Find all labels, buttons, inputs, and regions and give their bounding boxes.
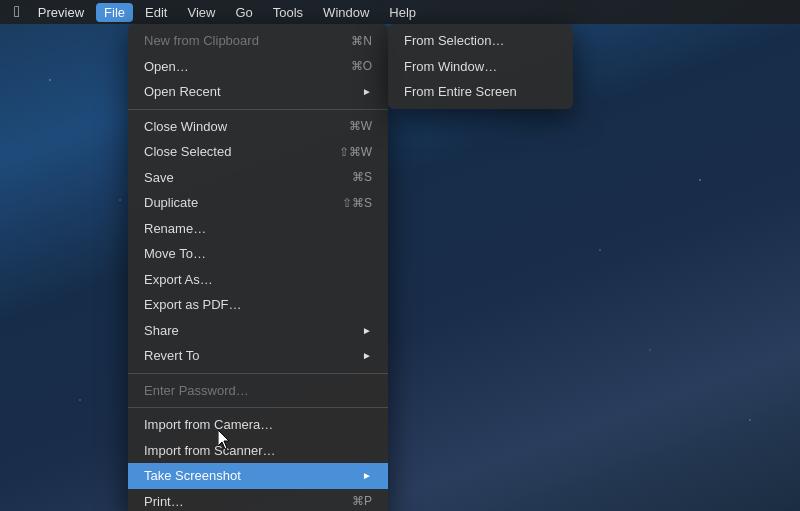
- menu-label: Close Window: [144, 117, 227, 137]
- screenshot-from-entire-screen[interactable]: From Entire Screen: [388, 79, 573, 105]
- menu-shortcut: ⇧⌘S: [342, 194, 372, 212]
- menubar-preview[interactable]: Preview: [30, 3, 92, 22]
- menubar-tools[interactable]: Tools: [265, 3, 311, 22]
- menubar-view[interactable]: View: [179, 3, 223, 22]
- menu-label: Rename…: [144, 219, 206, 239]
- menu-item-new-from-clipboard[interactable]: New from Clipboard ⌘N: [128, 28, 388, 54]
- menu-label: Share: [144, 321, 179, 341]
- submenu-arrow-icon: ►: [362, 468, 372, 483]
- menu-item-take-screenshot[interactable]: Take Screenshot ►: [128, 463, 388, 489]
- menu-shortcut: ⌘S: [352, 168, 372, 186]
- menubar-edit[interactable]: Edit: [137, 3, 175, 22]
- menu-item-print[interactable]: Print… ⌘P: [128, 489, 388, 512]
- submenu-arrow-icon: ►: [362, 348, 372, 363]
- menu-shortcut: ⌘O: [351, 57, 372, 75]
- menu-label: Enter Password…: [144, 381, 249, 401]
- menu-label: Export As…: [144, 270, 213, 290]
- menu-label: From Selection…: [404, 31, 504, 51]
- menu-label: From Entire Screen: [404, 82, 517, 102]
- menu-label: Print…: [144, 492, 184, 512]
- screenshot-from-selection[interactable]: From Selection…: [388, 28, 573, 54]
- menu-label: Import from Scanner…: [144, 441, 276, 461]
- menu-item-import-scanner[interactable]: Import from Scanner…: [128, 438, 388, 464]
- menu-item-close-selected[interactable]: Close Selected ⇧⌘W: [128, 139, 388, 165]
- menu-item-export-as[interactable]: Export As…: [128, 267, 388, 293]
- menu-item-save[interactable]: Save ⌘S: [128, 165, 388, 191]
- menu-label: Open…: [144, 57, 189, 77]
- menu-label: New from Clipboard: [144, 31, 259, 51]
- menu-label: Duplicate: [144, 193, 198, 213]
- menubar-window[interactable]: Window: [315, 3, 377, 22]
- menu-separator-2: [128, 373, 388, 374]
- menu-label: Open Recent: [144, 82, 221, 102]
- menu-item-move-to[interactable]: Move To…: [128, 241, 388, 267]
- menu-item-rename[interactable]: Rename…: [128, 216, 388, 242]
- menubar-file[interactable]: File: [96, 3, 133, 22]
- menu-item-revert-to[interactable]: Revert To ►: [128, 343, 388, 369]
- submenu-arrow-icon: ►: [362, 323, 372, 338]
- screenshot-from-window[interactable]: From Window…: [388, 54, 573, 80]
- menu-label: Import from Camera…: [144, 415, 273, 435]
- menubar-go[interactable]: Go: [227, 3, 260, 22]
- menu-item-open-recent[interactable]: Open Recent ►: [128, 79, 388, 105]
- submenu-arrow-icon: ►: [362, 84, 372, 99]
- menu-item-open[interactable]: Open… ⌘O: [128, 54, 388, 80]
- menu-item-close-window[interactable]: Close Window ⌘W: [128, 114, 388, 140]
- menu-shortcut: ⇧⌘W: [339, 143, 372, 161]
- menu-label: Revert To: [144, 346, 199, 366]
- menu-label: Export as PDF…: [144, 295, 242, 315]
- screenshot-submenu: From Selection… From Window… From Entire…: [388, 24, 573, 109]
- menu-label: Take Screenshot: [144, 466, 241, 486]
- menu-label: Move To…: [144, 244, 206, 264]
- menu-item-duplicate[interactable]: Duplicate ⇧⌘S: [128, 190, 388, 216]
- menu-item-enter-password[interactable]: Enter Password…: [128, 378, 388, 404]
- menu-separator-1: [128, 109, 388, 110]
- menu-separator-3: [128, 407, 388, 408]
- apple-menu[interactable]: : [8, 1, 26, 23]
- menu-shortcut: ⌘P: [352, 492, 372, 510]
- menu-label: Close Selected: [144, 142, 231, 162]
- menubar:  Preview File Edit View Go Tools Window…: [0, 0, 800, 24]
- file-menu-dropdown: New from Clipboard ⌘N Open… ⌘O Open Rece…: [128, 24, 388, 511]
- menu-shortcut: ⌘W: [349, 117, 372, 135]
- menubar-help[interactable]: Help: [381, 3, 424, 22]
- menu-shortcut: ⌘N: [351, 32, 372, 50]
- menu-label: Save: [144, 168, 174, 188]
- menu-label: From Window…: [404, 57, 497, 77]
- menu-item-share[interactable]: Share ►: [128, 318, 388, 344]
- menu-item-import-camera[interactable]: Import from Camera…: [128, 412, 388, 438]
- menu-item-export-pdf[interactable]: Export as PDF…: [128, 292, 388, 318]
